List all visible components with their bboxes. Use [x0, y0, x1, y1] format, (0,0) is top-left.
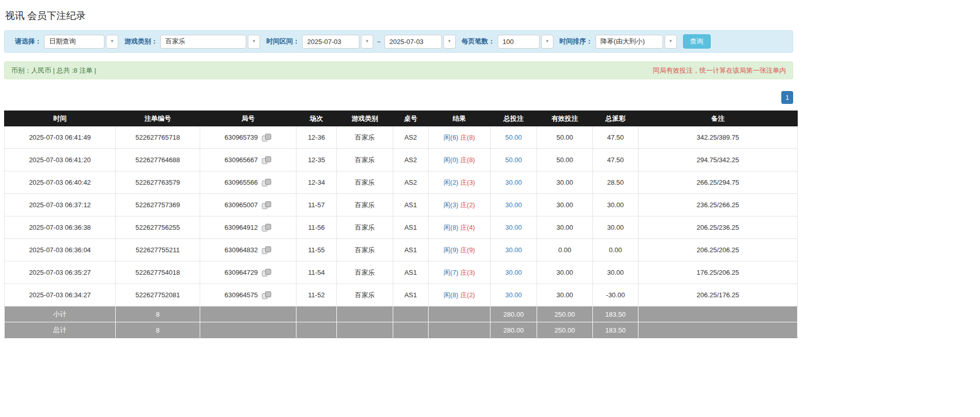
- replay-button[interactable]: [262, 269, 272, 277]
- cell-table-no: AS1: [393, 216, 429, 239]
- sort-order-select[interactable]: 降幂(由大到小): [595, 35, 663, 49]
- cell-remark: 236.25/266.25: [638, 194, 798, 216]
- cell-bet-id: 522627756255: [116, 216, 200, 239]
- total-bet-link[interactable]: 30.00: [505, 291, 522, 299]
- empty-cell: [393, 322, 429, 338]
- pagination-page-button[interactable]: 1: [781, 91, 793, 104]
- cards-icon: [262, 201, 272, 209]
- cell-total-bet: 30.00: [491, 216, 537, 239]
- bet-records-table: 时间 注单编号 局号 场次 游戏类别 桌号 结果 总投注 有效投注 总派彩 备注…: [4, 111, 798, 338]
- replay-button[interactable]: [262, 291, 272, 299]
- table-row: 2025-07-03 06:34:27522627752081630964575…: [5, 284, 798, 306]
- col-header-time: 时间: [5, 111, 116, 126]
- cell-session: 11-56: [296, 216, 337, 239]
- cell-remark: 294.75/342.25: [638, 149, 798, 171]
- query-type-value: 日期查询: [49, 37, 76, 46]
- date-to-input[interactable]: 2025-07-03: [385, 35, 442, 49]
- empty-cell: [200, 322, 296, 338]
- cell-total-bet: 30.00: [491, 194, 537, 216]
- cell-time: 2025-07-03 06:36:04: [5, 239, 116, 261]
- total-valid-bet: 250.00: [537, 322, 593, 338]
- cell-game-type: 百家乐: [337, 261, 393, 284]
- table-row: 2025-07-03 06:37:12522627757369630965007…: [5, 194, 798, 216]
- cell-total-bet: 50.00: [491, 126, 537, 149]
- empty-cell: [296, 322, 337, 338]
- replay-button[interactable]: [262, 156, 272, 164]
- result-banker: 庄(3): [460, 269, 475, 276]
- chevron-down-icon: ▼: [669, 39, 673, 43]
- page-size-dropdown-button[interactable]: ▼: [541, 35, 553, 49]
- cell-bet-id: 522627764688: [116, 149, 200, 171]
- replay-button[interactable]: [262, 224, 272, 232]
- col-header-total-bet: 总投注: [491, 111, 537, 126]
- total-bet-link[interactable]: 30.00: [505, 179, 522, 186]
- replay-button[interactable]: [262, 246, 272, 254]
- cell-result: 闲(0) 庄(8): [429, 149, 491, 171]
- total-bet-link[interactable]: 30.00: [505, 224, 522, 231]
- game-type-label: 游戏类别：: [124, 37, 158, 46]
- cell-table-no: AS1: [393, 261, 429, 284]
- sort-order-dropdown-button[interactable]: ▼: [665, 35, 677, 49]
- cell-table-no: AS1: [393, 284, 429, 306]
- cell-result: 闲(8) 庄(2): [429, 284, 491, 306]
- total-bet-link[interactable]: 30.00: [505, 269, 522, 276]
- empty-cell: [393, 306, 429, 322]
- result-banker: 庄(9): [460, 246, 475, 254]
- result-player: 闲(6): [443, 134, 458, 141]
- cell-game-type: 百家乐: [337, 149, 393, 171]
- replay-button[interactable]: [262, 201, 272, 209]
- cell-time: 2025-07-03 06:41:20: [5, 149, 116, 171]
- total-bet-link[interactable]: 30.00: [505, 246, 522, 254]
- page-size-select[interactable]: 100: [498, 35, 540, 49]
- result-player: 闲(3): [443, 201, 458, 209]
- game-type-dropdown-button[interactable]: ▼: [248, 35, 260, 49]
- date-to-dropdown-button[interactable]: ▼: [443, 35, 456, 49]
- replay-button[interactable]: [262, 179, 272, 187]
- subtotal-row: 小计 8 280.00 250.00 183.50: [5, 306, 798, 322]
- summary-notice: 同局有效投注，统一计算在该局第一张注单内: [653, 66, 786, 75]
- round-number: 630965739: [224, 134, 258, 141]
- cell-table-no: AS2: [393, 149, 429, 171]
- cell-time: 2025-07-03 06:36:38: [5, 216, 116, 239]
- table-row: 2025-07-03 06:41:49522627765718630965739…: [5, 126, 798, 149]
- cell-game-type: 百家乐: [337, 126, 393, 149]
- cell-remark: 342.25/389.75: [638, 126, 798, 149]
- query-type-select[interactable]: 日期查询: [44, 35, 104, 49]
- query-type-dropdown-button[interactable]: ▼: [106, 35, 118, 49]
- cell-game-type: 百家乐: [337, 171, 393, 194]
- date-from-dropdown-button[interactable]: ▼: [361, 35, 373, 49]
- cards-icon: [262, 269, 272, 277]
- total-bet-link[interactable]: 50.00: [505, 156, 522, 164]
- table-row: 2025-07-03 06:36:38522627756255630964912…: [5, 216, 798, 239]
- cell-result: 闲(3) 庄(2): [429, 194, 491, 216]
- col-header-session: 场次: [296, 111, 337, 126]
- cell-total-bet: 30.00: [491, 261, 537, 284]
- cell-time: 2025-07-03 06:41:49: [5, 126, 116, 149]
- total-bet-link[interactable]: 50.00: [505, 134, 522, 141]
- cell-result: 闲(8) 庄(4): [429, 216, 491, 239]
- search-button[interactable]: 查询: [683, 34, 711, 49]
- cell-bet-id: 522627763579: [116, 171, 200, 194]
- chevron-down-icon: ▼: [252, 39, 256, 43]
- cell-session: 12-34: [296, 171, 337, 194]
- cell-payout: 47.50: [593, 126, 638, 149]
- cell-valid-bet: 50.00: [537, 126, 593, 149]
- result-player: 闲(7): [443, 269, 458, 276]
- cell-time: 2025-07-03 06:40:42: [5, 171, 116, 194]
- game-type-select[interactable]: 百家乐: [160, 35, 246, 49]
- round-number: 630964729: [224, 269, 258, 276]
- cell-round: 630965739: [200, 126, 296, 149]
- result-banker: 庄(8): [460, 134, 475, 141]
- result-banker: 庄(2): [460, 201, 475, 209]
- sort-order-label: 时间排序：: [560, 37, 593, 46]
- cell-bet-id: 522627755211: [116, 239, 200, 261]
- cell-game-type: 百家乐: [337, 284, 393, 306]
- cell-payout: 30.00: [593, 194, 638, 216]
- cell-payout: 30.00: [593, 261, 638, 284]
- total-bet-link[interactable]: 30.00: [505, 201, 522, 209]
- cell-time: 2025-07-03 06:37:12: [5, 194, 116, 216]
- cell-game-type: 百家乐: [337, 239, 393, 261]
- date-from-input[interactable]: 2025-07-03: [302, 35, 359, 49]
- replay-button[interactable]: [262, 134, 272, 142]
- subtotal-payout: 183.50: [593, 306, 638, 322]
